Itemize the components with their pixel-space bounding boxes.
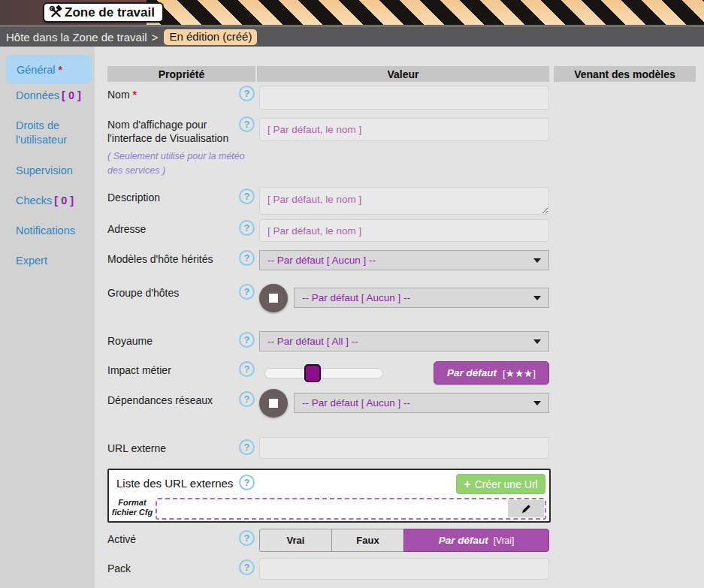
display-name-note: ( Seulement utilisé pour la météo des se… — [107, 149, 247, 179]
description-label: Description — [107, 191, 160, 204]
pack-input[interactable] — [259, 558, 549, 580]
business-impact-slider-track[interactable] — [264, 368, 383, 378]
hazard-stripes-banner: Zone de travail — [0, 0, 704, 25]
external-url-list-box: Liste des URL externes ? + Créer une Url… — [107, 469, 551, 523]
display-name-label: Nom d'affichage pour l'interface de Visu… — [107, 118, 247, 145]
create-url-button[interactable]: + Créer une Url — [456, 474, 545, 494]
sidebar-item-label: Notifications — [16, 225, 75, 237]
host-templates-label: Modèles d'hôte hérités — [107, 252, 213, 266]
sidebar-item-label: Général — [17, 64, 56, 76]
realm-select[interactable]: -- Par défaut [ All ] -- — [259, 331, 549, 351]
workzone-title-button[interactable]: Zone de travail — [43, 2, 164, 23]
column-header-valeur: Valeur — [257, 66, 549, 82]
url-list-help-icon[interactable]: ? — [239, 475, 255, 490]
description-help-icon[interactable]: ? — [239, 188, 255, 204]
sidebar-item-label: Supervision — [16, 164, 73, 176]
sidebar: Général * Données[ 0 ] Droits de l'utili… — [0, 47, 95, 588]
sidebar-item-droits-utilisateur[interactable]: Droits de l'utilisateur — [16, 119, 91, 147]
display-name-help-icon[interactable]: ? — [239, 116, 255, 132]
item-count: [ 0 ] — [54, 194, 74, 207]
sidebar-item-label: Checks — [16, 194, 52, 207]
sidebar-item-supervision[interactable]: Supervision — [16, 164, 91, 178]
column-header-propriete: Propriété — [107, 66, 255, 82]
sidebar-item-label: Droits de l'utilisateur — [16, 119, 67, 146]
external-url-help-icon[interactable]: ? — [239, 439, 255, 455]
breadcrumb: Hôte dans la Zone de travail > En éditio… — [0, 25, 704, 47]
realm-help-icon[interactable]: ? — [239, 332, 255, 348]
default-button-label: Par défaut — [439, 535, 488, 546]
create-url-label: Créer une Url — [475, 478, 538, 490]
active-label: Activé — [107, 532, 136, 546]
network-dependencies-select[interactable]: -- Par défaut [ Aucun ] -- — [294, 393, 549, 413]
cfg-format-field[interactable] — [156, 498, 546, 520]
display-name-input[interactable] — [259, 118, 549, 141]
external-url-input[interactable] — [259, 437, 549, 459]
host-groups-select[interactable]: -- Par défaut [ Aucun ] -- — [294, 288, 549, 308]
breadcrumb-path: Hôte dans la Zone de travail — [6, 31, 147, 44]
selected-value: -- Par défaut [ All ] -- — [267, 336, 358, 347]
pack-help-icon[interactable]: ? — [239, 559, 255, 575]
chevron-down-icon — [533, 339, 541, 344]
adresse-input[interactable] — [259, 219, 549, 242]
sidebar-item-notifications[interactable]: Notifications — [16, 224, 91, 238]
chevron-down-icon — [533, 296, 541, 300]
nom-help-icon[interactable]: ? — [239, 86, 255, 101]
business-impact-label: Impact métier — [107, 363, 171, 377]
pencil-icon — [521, 503, 532, 514]
active-true-button[interactable]: Vrai — [259, 529, 332, 552]
column-header-venant-des-modeles: Venant des modèles — [554, 66, 696, 82]
host-groups-help-icon[interactable]: ? — [239, 284, 255, 300]
active-segmented-control: Vrai Faux Par défaut [Vrai] — [259, 529, 549, 552]
host-groups-toggle-button[interactable] — [259, 284, 288, 312]
cfg-format-label: Format fichier Cfg — [110, 498, 154, 517]
square-icon — [269, 294, 278, 303]
required-marker: * — [133, 89, 137, 101]
pack-label: Pack — [107, 562, 131, 575]
breadcrumb-separator: > — [152, 31, 159, 44]
required-marker: * — [59, 64, 63, 76]
workzone-page: Zone de travail Hôte dans la Zone de tra… — [0, 0, 704, 588]
chevron-down-icon — [533, 401, 541, 406]
url-list-label: Liste des URL externes — [116, 477, 233, 490]
item-count: [ 0 ] — [62, 89, 81, 101]
host-groups-label: Groupe d'hôtes — [107, 286, 179, 300]
active-help-icon[interactable]: ? — [239, 530, 255, 546]
active-false-button[interactable]: Faux — [331, 529, 404, 552]
selected-value: -- Par défaut [ Aucun ] -- — [302, 292, 410, 303]
plus-icon: + — [464, 478, 470, 491]
selected-value: -- Par défaut [ Aucun ] -- — [267, 255, 376, 266]
sidebar-item-expert[interactable]: Expert — [16, 254, 91, 268]
active-default-button[interactable]: Par défaut [Vrai] — [403, 529, 549, 552]
workzone-title-label: Zone de travail — [65, 5, 155, 20]
host-templates-help-icon[interactable]: ? — [239, 250, 255, 266]
realm-label: Royaume — [107, 334, 153, 348]
business-impact-default-button[interactable]: Par défaut [★★★] — [434, 361, 549, 384]
default-button-label: Par défaut — [447, 367, 497, 378]
nom-input[interactable] — [259, 86, 549, 110]
square-icon — [269, 399, 278, 408]
host-templates-select[interactable]: -- Par défaut [ Aucun ] -- — [259, 250, 549, 270]
adresse-label: Adresse — [107, 222, 146, 236]
business-impact-help-icon[interactable]: ? — [239, 361, 255, 377]
sidebar-item-checks[interactable]: Checks[ 0 ] — [16, 194, 91, 208]
nom-label: Nom* — [107, 88, 137, 101]
sidebar-item-donnees[interactable]: Données[ 0 ] — [16, 89, 91, 103]
default-button-value: [Vrai] — [494, 535, 515, 546]
stars-icon: [★★★] — [503, 367, 536, 379]
external-url-label: URL externe — [107, 442, 166, 455]
network-dependencies-label: Dépendances réseaux — [107, 394, 213, 407]
tools-icon — [49, 5, 63, 20]
network-dependencies-help-icon[interactable]: ? — [239, 391, 255, 407]
edit-cfg-button[interactable] — [508, 500, 544, 517]
selected-value: -- Par défaut [ Aucun ] -- — [302, 397, 410, 409]
sidebar-item-label: Données — [16, 89, 59, 101]
business-impact-slider-handle[interactable] — [304, 364, 321, 382]
sidebar-item-label: Expert — [16, 255, 47, 267]
status-badge: En édition (créé) — [164, 29, 257, 45]
network-dependencies-toggle-button[interactable] — [259, 389, 288, 418]
sidebar-item-general[interactable]: Général * — [6, 55, 92, 84]
chevron-down-icon — [533, 258, 541, 263]
description-textarea[interactable] — [259, 187, 549, 215]
adresse-help-icon[interactable]: ? — [239, 220, 255, 236]
